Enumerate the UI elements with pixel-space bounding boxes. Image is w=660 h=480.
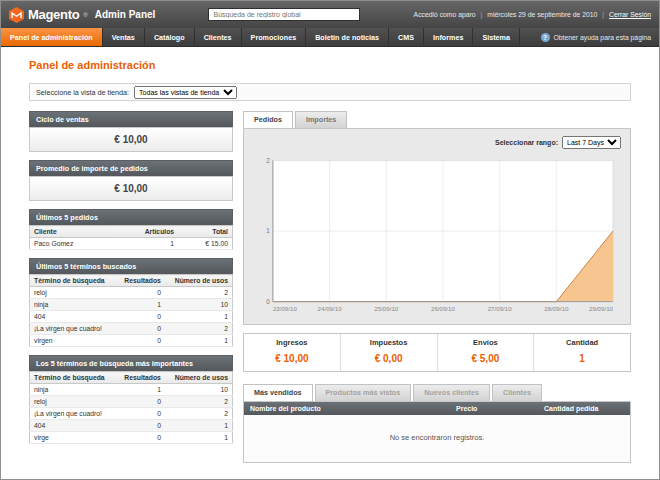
help-link[interactable]: ? Obtener ayuda para esta página: [541, 28, 660, 46]
main-navigation: Panel de administración Ventas Catálogo …: [1, 28, 659, 47]
dashboard-left-column: Ciclo de ventas € 10,00 Promedio de impo…: [29, 111, 233, 463]
nav-sistema[interactable]: Sistema: [473, 28, 520, 46]
page-title: Panel de administración: [29, 59, 631, 71]
stat-value: € 0,00: [375, 353, 403, 364]
svg-text:23/09/10: 23/09/10: [273, 305, 298, 312]
top-search-terms-panel: Los 5 términos de búsqueda más important…: [29, 355, 233, 444]
magento-admin-window: Magento® Admin Panel Accedió como aparo …: [0, 0, 660, 480]
table-cell: 0: [116, 287, 165, 299]
table-cell: 0: [116, 432, 165, 444]
separator: |: [481, 11, 483, 18]
search-term-row[interactable]: ninja 1 10: [30, 384, 233, 396]
nav-panel-de-administracion[interactable]: Panel de administración: [1, 28, 103, 46]
nav-boletin[interactable]: Boletín de noticias: [306, 28, 389, 46]
table-cell: 404: [30, 311, 117, 323]
nav-ventas[interactable]: Ventas: [103, 28, 145, 46]
content-area: Panel de administración Seleccione la vi…: [1, 47, 659, 480]
stat-value: € 10,00: [275, 353, 308, 364]
totals-row: Ingresos € 10,00 Impuestos € 0,00 Envíos…: [243, 333, 631, 372]
lifetime-sales-value: € 10,00: [29, 127, 233, 152]
table-cell: 1: [165, 432, 233, 444]
table-cell: 404: [30, 420, 117, 432]
nav-clientes[interactable]: Clientes: [195, 28, 242, 46]
column-header: Cliente: [30, 226, 113, 238]
range-select[interactable]: Last 7 Days: [562, 136, 621, 149]
stat-label: Envíos: [438, 338, 534, 347]
logo-text: Magento: [28, 7, 79, 22]
table-cell: 1: [165, 311, 233, 323]
stat-impuestos: Impuestos € 0,00: [341, 334, 438, 371]
tab-importes[interactable]: Importes: [295, 111, 347, 128]
products-table-header: Nombre del producto Precio Cantidad pedi…: [244, 402, 630, 415]
header-bar: Magento® Admin Panel Accedió como aparo …: [1, 1, 659, 28]
tab-clientes[interactable]: Clientes: [492, 384, 542, 401]
table-cell: ¡La virgen que cuadro!: [30, 323, 117, 335]
stat-label: Impuestos: [341, 338, 437, 347]
grid-tabs: Más vendidos Productos más vistos Nuevos…: [243, 384, 631, 401]
table-cell: reloj: [30, 396, 117, 408]
table-cell: ninja: [30, 299, 117, 311]
column-header: Resultados: [116, 372, 165, 384]
table-cell: 2: [165, 408, 233, 420]
column-header: Resultados: [116, 275, 165, 287]
svg-text:26/09/10: 26/09/10: [431, 305, 456, 312]
table-cell: 0: [116, 420, 165, 432]
table-cell: 10: [165, 299, 233, 311]
average-orders-panel: Promedio de importe de pedidos € 10,00: [29, 160, 233, 201]
nav-informes[interactable]: Informes: [424, 28, 473, 46]
chart-panel: Seleccionar rango: Last 7 Days 01223/09/…: [243, 128, 631, 325]
svg-text:24/09/10: 24/09/10: [318, 305, 343, 312]
stat-label: Ingresos: [244, 338, 340, 347]
orders-chart: 01223/09/1024/09/1025/09/1026/09/1027/09…: [253, 154, 621, 322]
table-cell: 2: [165, 396, 233, 408]
stat-cantidad: Cantidad 1: [534, 334, 630, 371]
last-orders-panel: Últimos 5 pedidos Cliente Artículos Tota…: [29, 209, 233, 250]
stat-envios: Envíos € 5,00: [438, 334, 535, 371]
nav-promociones[interactable]: Promociones: [242, 28, 307, 46]
search-term-row[interactable]: 404 0 1: [30, 420, 233, 432]
svg-text:27/09/10: 27/09/10: [488, 305, 513, 312]
tab-productos-mas-vistos[interactable]: Productos más vistos: [315, 384, 412, 401]
search-term-row[interactable]: reloj 0 2: [30, 287, 233, 299]
table-cell: 1: [116, 384, 165, 396]
search-term-row[interactable]: virgen 0 1: [30, 335, 233, 347]
column-header: Nombre del producto: [244, 402, 450, 415]
logged-in-as: Accedió como aparo: [414, 11, 476, 18]
search-term-row[interactable]: reloj 0 2: [30, 396, 233, 408]
logo-subtitle: Admin Panel: [95, 9, 156, 20]
search-term-row[interactable]: virge 0 1: [30, 432, 233, 444]
table-cell: 0: [116, 323, 165, 335]
column-header: Término de búsqueda: [30, 275, 117, 287]
current-date: miércoles 29 de septiembre de 2010: [487, 11, 597, 18]
nav-catalogo[interactable]: Catálogo: [145, 28, 195, 46]
global-search-input[interactable]: [208, 8, 360, 21]
chart-tabs: Pedidos Importes: [243, 111, 631, 128]
last-search-terms-panel: Últimos 5 términos buscados Término de b…: [29, 258, 233, 347]
tab-pedidos[interactable]: Pedidos: [243, 111, 293, 128]
table-cell: 1: [116, 299, 165, 311]
svg-text:2: 2: [266, 157, 270, 164]
table-cell: 0: [116, 311, 165, 323]
magento-logo[interactable]: Magento® Admin Panel: [9, 7, 155, 23]
top-search-terms-title: Los 5 términos de búsqueda más important…: [29, 355, 233, 371]
store-view-select[interactable]: Todas las vistas de tienda: [134, 86, 237, 99]
table-cell: € 15.00: [178, 238, 232, 250]
column-header: Número de usos: [165, 372, 233, 384]
registered-mark: ®: [83, 12, 87, 18]
table-cell: 2: [165, 323, 233, 335]
tab-nuevos-clientes[interactable]: Nuevos clientes: [413, 384, 490, 401]
products-table: Nombre del producto Precio Cantidad pedi…: [243, 401, 631, 463]
order-row[interactable]: Paco Gomez 1 € 15.00: [30, 238, 233, 250]
search-term-row[interactable]: ninja 1 10: [30, 299, 233, 311]
average-orders-title: Promedio de importe de pedidos: [29, 160, 233, 176]
lifetime-sales-panel: Ciclo de ventas € 10,00: [29, 111, 233, 152]
search-term-row[interactable]: 404 0 1: [30, 311, 233, 323]
search-term-row[interactable]: ¡La virgen que cuadro! 0 2: [30, 408, 233, 420]
global-search: [155, 8, 413, 21]
tab-mas-vendidos[interactable]: Más vendidos: [243, 384, 313, 401]
nav-cms[interactable]: CMS: [389, 28, 424, 46]
stat-value: € 5,00: [471, 353, 499, 364]
search-term-row[interactable]: ¡La virgen que cuadro! 0 2: [30, 323, 233, 335]
last-orders-title: Últimos 5 pedidos: [29, 209, 233, 225]
logout-link[interactable]: Cerrar Sesión: [609, 11, 651, 18]
